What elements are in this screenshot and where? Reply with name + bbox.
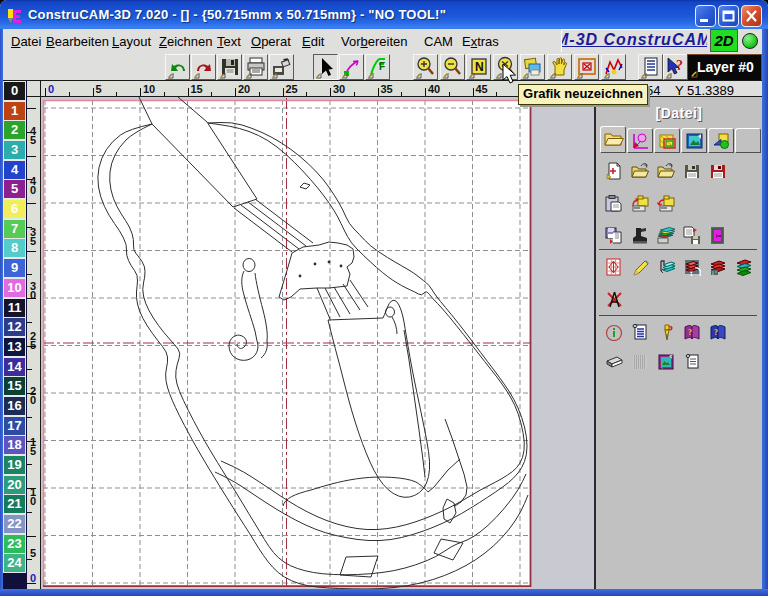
svg-text:?: ? <box>676 58 683 73</box>
svg-text:F: F <box>379 61 385 72</box>
svg-text:?: ? <box>714 328 718 337</box>
svg-text:N: N <box>475 60 484 74</box>
svg-text:?: ? <box>688 328 692 337</box>
